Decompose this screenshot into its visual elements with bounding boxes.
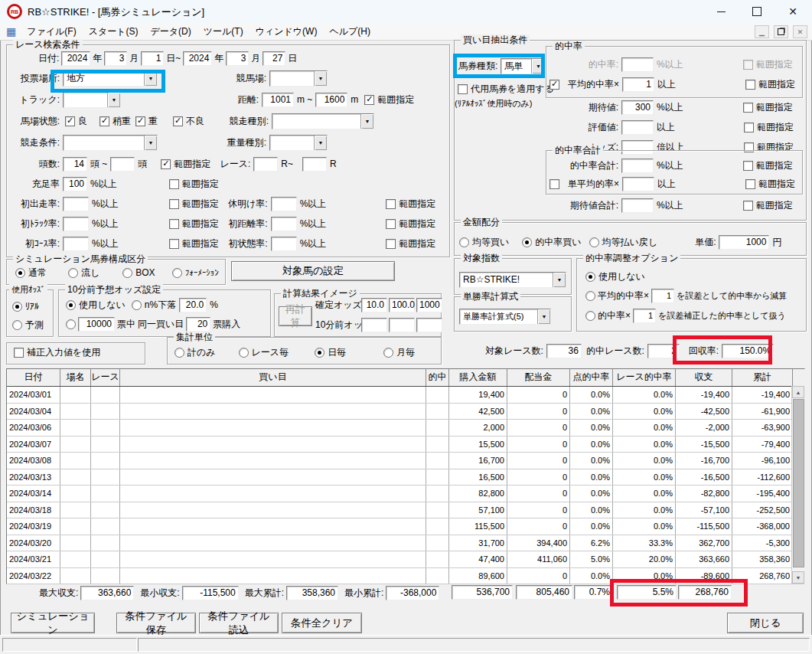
column-header-5[interactable]: 購入金額 bbox=[449, 369, 507, 386]
mdi-minimize-button[interactable]: ▁ bbox=[755, 25, 769, 38]
date-month-from-field[interactable]: 3 bbox=[104, 51, 127, 66]
chevron-down-icon[interactable]: ▼ bbox=[107, 93, 120, 107]
chevron-down-icon[interactable]: ▼ bbox=[553, 273, 566, 287]
menu-file[interactable]: ファイル(F) bbox=[21, 24, 82, 40]
unit-price-field[interactable]: 1000 bbox=[719, 235, 769, 250]
heads-from-field[interactable]: 14 bbox=[63, 157, 87, 172]
recalc-button[interactable]: 再計算 bbox=[279, 306, 312, 326]
odds-real-radio[interactable] bbox=[12, 302, 22, 312]
fixed-odds-field-1[interactable]: 10.0 bbox=[361, 298, 387, 312]
menu-tool[interactable]: ツール(T) bbox=[197, 24, 249, 40]
fill-rate-range-checkbox[interactable] bbox=[169, 179, 179, 189]
expect-sum-range-checkbox[interactable] bbox=[743, 201, 753, 211]
sim-nagashi-radio[interactable] bbox=[68, 268, 78, 278]
baba-bad-checkbox[interactable] bbox=[173, 116, 183, 126]
track-dropdown[interactable]: ▼ bbox=[63, 92, 121, 108]
adjust-hit-field[interactable]: 1 bbox=[633, 309, 656, 323]
mdi-close-button[interactable]: ✕ bbox=[793, 25, 807, 38]
table-row[interactable]: 2024/03/062,00000.0%0.0%-2,000-63,900 bbox=[7, 420, 804, 437]
avg-hit-field[interactable]: 1 bbox=[622, 77, 654, 92]
hit-rate-field[interactable] bbox=[621, 57, 654, 72]
chevron-down-icon[interactable]: ▼ bbox=[531, 59, 544, 74]
single-avg-range-checkbox[interactable] bbox=[745, 179, 755, 189]
first-run-range-checkbox[interactable] bbox=[169, 199, 179, 209]
minimize-button[interactable] bbox=[703, 0, 739, 23]
table-row[interactable]: 2024/03/0816,70000.0%0.0%-16,700-96,100 bbox=[7, 453, 804, 469]
column-header-9[interactable]: 収支 bbox=[676, 369, 732, 386]
maximize-button[interactable] bbox=[739, 0, 774, 23]
race-from-field[interactable] bbox=[253, 157, 278, 172]
daiyo-checkbox[interactable] bbox=[458, 84, 468, 94]
distance-range-checkbox[interactable] bbox=[364, 95, 374, 105]
expect-range-checkbox[interactable] bbox=[743, 103, 753, 113]
fixed-odds-field-3[interactable]: 1000 bbox=[416, 298, 442, 312]
single-avg-field[interactable] bbox=[622, 177, 654, 191]
column-header-8[interactable]: レース的中率 bbox=[613, 369, 676, 386]
hit-races-field[interactable]: 2 bbox=[647, 344, 680, 358]
pre-odds-drop-radio[interactable] bbox=[132, 300, 142, 310]
odds-predict-radio[interactable] bbox=[12, 320, 22, 330]
first-track-field[interactable] bbox=[63, 217, 89, 231]
table-row[interactable]: 2024/03/2147,400411,0605.0%20.0%363,6603… bbox=[7, 551, 804, 568]
load-conditions-button[interactable]: 条件ファイル読込 bbox=[199, 613, 279, 633]
column-header-7[interactable]: 点的中率 bbox=[570, 369, 613, 386]
single-avg-checkbox[interactable] bbox=[549, 179, 559, 189]
adjust-hit-radio[interactable] bbox=[585, 311, 595, 321]
menu-start[interactable]: スタート(S) bbox=[83, 24, 145, 40]
adjust-avg-radio[interactable] bbox=[585, 291, 595, 301]
clear-conditions-button[interactable]: 条件全クリア bbox=[282, 613, 362, 633]
chevron-down-icon[interactable]: ▼ bbox=[144, 71, 157, 86]
money-payout-radio[interactable] bbox=[589, 237, 599, 247]
place-dropdown[interactable]: 地方 ▼ bbox=[63, 70, 158, 87]
chevron-down-icon[interactable]: ▼ bbox=[537, 309, 550, 324]
menu-window[interactable]: ウィンドウ(W) bbox=[249, 24, 324, 40]
expect-sum-field[interactable] bbox=[621, 198, 654, 213]
heads-range-checkbox[interactable] bbox=[161, 159, 171, 169]
pre10-odds-field-3[interactable] bbox=[416, 318, 442, 332]
money-equal-radio[interactable] bbox=[459, 237, 469, 247]
table-row[interactable]: 2024/03/0119,40000.0%0.0%-19,400-19,400 bbox=[7, 387, 804, 404]
heads-to-field[interactable] bbox=[110, 157, 135, 172]
baba-slightly-heavy-checkbox[interactable] bbox=[99, 116, 109, 126]
condition-dropdown[interactable]: ▼ bbox=[63, 135, 158, 151]
adjust-avg-field[interactable]: 1 bbox=[651, 289, 674, 303]
target-races-field[interactable]: 36 bbox=[546, 344, 582, 358]
first-run-field[interactable] bbox=[63, 197, 89, 211]
max-balance-field[interactable]: 363,660 bbox=[80, 586, 134, 600]
pre10-odds-field-2[interactable] bbox=[389, 318, 415, 332]
first-course-range-checkbox[interactable] bbox=[169, 239, 179, 249]
table-row[interactable]: 2024/03/19115,50000.0%0.0%-115,500-368,0… bbox=[7, 518, 804, 535]
pre10-odds-field-1[interactable] bbox=[361, 318, 387, 332]
baba-heavy-checkbox[interactable] bbox=[135, 116, 145, 126]
table-row[interactable]: 2024/03/0715,50000.0%0.0%-15,500-79,400 bbox=[7, 437, 804, 453]
date-year-from-field[interactable]: 2024 bbox=[61, 51, 90, 66]
max-cumulative-field[interactable]: 358,360 bbox=[286, 586, 338, 600]
mdi-restore-button[interactable] bbox=[774, 25, 788, 38]
ticket-type-dropdown[interactable]: 馬単 ▼ bbox=[501, 58, 545, 74]
fixed-odds-field-2[interactable]: 100.0 bbox=[389, 298, 415, 312]
chevron-down-icon[interactable]: ▼ bbox=[144, 136, 157, 150]
table-row[interactable]: 2024/03/1482,80000.0%0.0%-82,800-195,400 bbox=[7, 486, 804, 502]
save-conditions-button[interactable]: 条件ファイル保存 bbox=[116, 613, 196, 633]
pre-odds-votes-field[interactable]: 10000 bbox=[78, 317, 115, 332]
weight-dropdown[interactable]: ▼ bbox=[269, 135, 328, 151]
eval-range-checkbox[interactable] bbox=[744, 123, 754, 132]
pre-odds-votes-radio[interactable] bbox=[66, 319, 76, 329]
date-year-to-field[interactable]: 2024 bbox=[183, 51, 212, 66]
sim-formation-radio[interactable] bbox=[172, 268, 182, 278]
pre-odds-drop-field[interactable]: 20.0 bbox=[179, 298, 207, 312]
avg-hit-range-checkbox[interactable] bbox=[745, 80, 755, 90]
vertical-scrollbar[interactable]: ▲ ▼ bbox=[791, 386, 804, 584]
table-row[interactable]: 2024/03/2289,60000.0%0.0%-89,600268,760 bbox=[7, 568, 804, 585]
first-dist-field[interactable] bbox=[271, 217, 297, 231]
pre-odds-buy-field[interactable]: 20 bbox=[186, 317, 210, 332]
hit-sum-range-checkbox[interactable] bbox=[743, 161, 753, 171]
hit-sum-field[interactable] bbox=[621, 159, 654, 173]
fill-rate-field[interactable]: 100 bbox=[63, 177, 87, 191]
first-course-field[interactable] bbox=[63, 237, 89, 251]
chevron-down-icon[interactable]: ▼ bbox=[360, 114, 373, 129]
race-to-field[interactable] bbox=[302, 157, 327, 172]
agg-day-radio[interactable] bbox=[315, 348, 324, 358]
target-horse-button[interactable]: 対象馬の設定 bbox=[231, 261, 395, 281]
first-state-field[interactable] bbox=[271, 237, 297, 251]
